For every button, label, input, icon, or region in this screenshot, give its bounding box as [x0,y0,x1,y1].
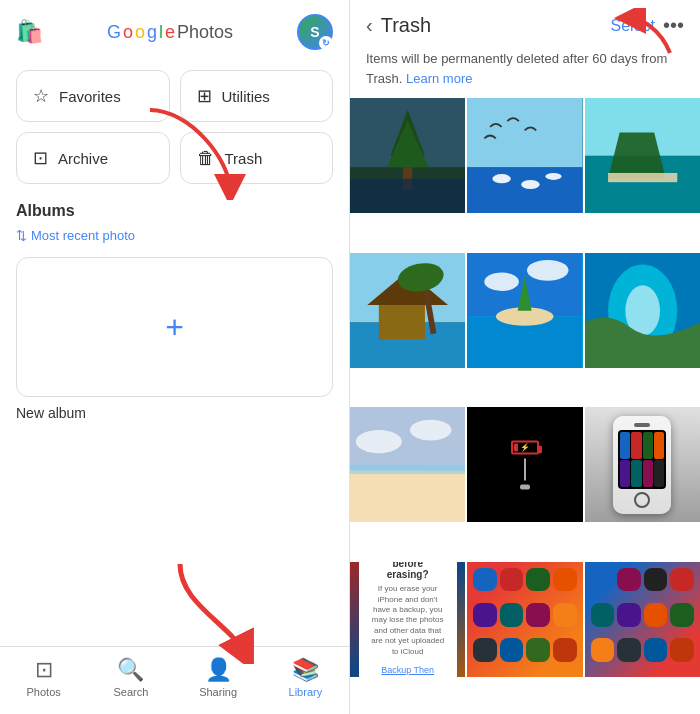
search-nav-label: Search [113,686,148,698]
sort-icon: ⇅ [16,228,27,243]
svg-point-13 [546,173,562,180]
more-options-button[interactable]: ••• [663,14,684,37]
photo-scene [585,98,700,213]
photo-cell[interactable]: ⚡ [467,407,582,522]
bottom-nav: ⊡ Photos 🔍 Search 👤 Sharing 📚 Library [0,646,349,714]
photo-cell[interactable] [467,562,582,677]
app-icons-grid [467,562,582,677]
photo-cell[interactable] [585,562,700,677]
photo-cell[interactable] [585,98,700,213]
search-nav-icon: 🔍 [117,657,144,683]
archive-icon: ⊡ [33,147,48,169]
photo-scene [350,407,465,522]
archive-button[interactable]: ⊡ Archive [16,132,170,184]
photos-nav-label: Photos [27,686,61,698]
photo-cell[interactable] [350,98,465,213]
learn-more-link[interactable]: Learn more [406,71,472,86]
favorites-button[interactable]: ☆ Favorites [16,70,170,122]
svg-point-35 [356,430,402,453]
svg-point-11 [493,174,511,183]
most-recent-link[interactable]: ⇅ Most recent photo [16,228,333,243]
avatar[interactable]: S ↻ [297,14,333,50]
sharing-nav-icon: 👤 [205,657,232,683]
sync-icon: ↻ [319,36,333,50]
app-icons-grid-2 [585,562,700,677]
shopping-icon[interactable]: 🛍️ [16,19,43,45]
trash-label: Trash [225,150,263,167]
utilities-icon: ⊞ [197,85,212,107]
sharing-nav-label: Sharing [199,686,237,698]
photo-cell[interactable] [467,98,582,213]
photo-scene [350,98,465,213]
left-panel: 🛍️ Google Photos S ↻ ☆ Favorites ⊞ Utili… [0,0,350,714]
right-header: ‹ Trash Select ••• [350,0,700,45]
svg-point-26 [485,272,520,290]
new-album-button[interactable]: + [16,257,333,397]
photo-cell[interactable] [585,407,700,522]
dialog-overlay: Do you want to update your iCloud Backup… [350,562,465,677]
svg-rect-37 [350,465,465,474]
photo-scene [467,253,582,368]
photo-scene [585,253,700,368]
photo-scene [467,98,582,213]
backup-then-erase-button[interactable]: Backup Then Erase [371,665,445,677]
photo-cell[interactable] [585,253,700,368]
svg-rect-10 [467,167,582,213]
nav-sharing[interactable]: 👤 Sharing [188,657,248,698]
right-panel: ‹ Trash Select ••• Items will be permane… [350,0,700,714]
nav-search[interactable]: 🔍 Search [101,657,161,698]
svg-rect-17 [608,173,677,182]
trash-button[interactable]: 🗑 Trash [180,132,334,184]
page-title: Trash [381,14,603,37]
photo-scene [350,253,465,368]
back-button[interactable]: ‹ [366,14,373,37]
dialog-box: Do you want to update your iCloud Backup… [359,562,457,677]
iphone-mockup [613,416,671,514]
photo-cell[interactable] [467,253,582,368]
photo-cell[interactable] [350,253,465,368]
photo-grid: ⚡ [350,98,700,714]
battery-icon: ⚡ [511,440,539,489]
trash-icon: 🗑 [197,148,215,169]
albums-section: Albums ⇅ Most recent photo [0,194,349,257]
photos-nav-icon: ⊡ [35,657,53,683]
utilities-button[interactable]: ⊞ Utilities [180,70,334,122]
new-album-label: New album [16,405,333,421]
photo-cell[interactable]: Do you want to update your iCloud Backup… [350,562,465,677]
svg-point-36 [410,420,452,441]
plus-icon: + [165,309,184,346]
star-icon: ☆ [33,85,49,107]
svg-rect-20 [379,304,425,339]
google-photos-logo: Google Photos [107,22,233,43]
svg-rect-34 [350,470,465,522]
nav-library[interactable]: 📚 Library [275,657,335,698]
library-grid-buttons: ☆ Favorites ⊞ Utilities ⊡ Archive 🗑 Tras… [0,60,349,194]
photo-cell[interactable] [350,407,465,522]
info-text: Items will be permanently deleted after … [350,45,700,98]
svg-rect-8 [350,179,465,214]
utilities-label: Utilities [222,88,270,105]
archive-label: Archive [58,150,108,167]
svg-point-27 [527,259,569,280]
library-nav-icon: 📚 [292,657,319,683]
nav-photos[interactable]: ⊡ Photos [14,657,74,698]
library-nav-label: Library [289,686,323,698]
select-button[interactable]: Select [611,17,655,35]
svg-point-12 [522,180,540,189]
albums-title: Albums [16,202,333,220]
svg-rect-9 [467,98,582,167]
left-header: 🛍️ Google Photos S ↻ [0,0,349,60]
favorites-label: Favorites [59,88,121,105]
